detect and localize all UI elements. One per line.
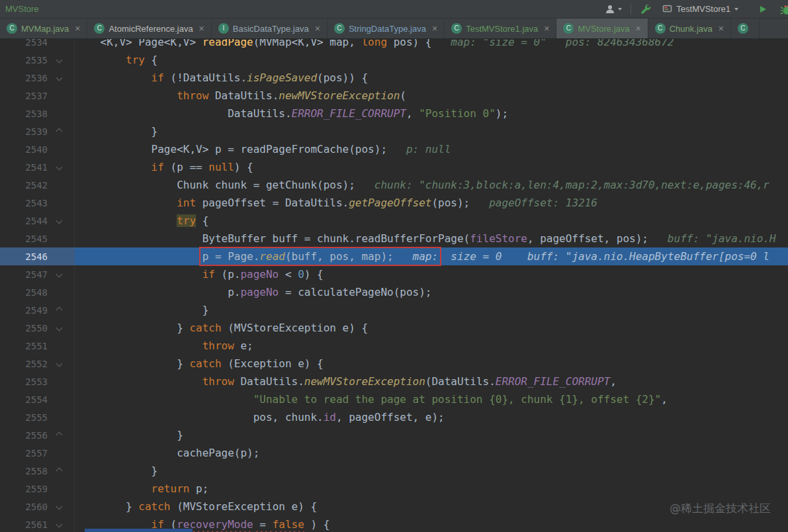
close-icon[interactable]: × [432, 23, 437, 34]
code-line-2536[interactable]: 2536 if (!DataUtils.isPageSaved(pos)) { [0, 69, 788, 87]
code-token: try [126, 54, 145, 66]
tab-TestMVStore1.java[interactable]: CTestMVStore1.java× [445, 19, 556, 38]
fold-down-icon[interactable] [56, 361, 62, 367]
gutter[interactable]: 2542 [0, 176, 75, 194]
user-menu-button[interactable] [605, 4, 622, 15]
fold-down-icon[interactable] [56, 57, 62, 64]
code-line-2548[interactable]: 2548 p.pageNo = calculatePageNo(pos); [0, 283, 788, 301]
run-button[interactable] [758, 5, 767, 14]
run-config-selector[interactable]: TestMVStore1 [662, 4, 738, 14]
gutter[interactable]: 2557 [0, 444, 75, 462]
gutter[interactable]: 2558 [0, 462, 75, 480]
gutter[interactable]: 2538 [0, 105, 75, 122]
code-line-2535[interactable]: 2535 try { [0, 51, 788, 69]
code-line-2547[interactable]: 2547 if (p.pageNo < 0) { [0, 265, 788, 283]
code-line-2539[interactable]: 2539 } [0, 122, 788, 140]
fold-down-icon[interactable] [56, 75, 62, 81]
tab-partial[interactable]: C [731, 19, 760, 38]
gutter[interactable]: 2549 [0, 301, 75, 319]
tab-label: StringDataType.java [349, 24, 426, 34]
gutter[interactable]: 2559 [0, 480, 75, 498]
code-line-2544[interactable]: 2544 try { [0, 212, 788, 230]
close-icon[interactable]: × [199, 23, 204, 34]
gutter[interactable]: 2534 [0, 39, 75, 51]
code-line-2542[interactable]: 2542 Chunk chunk = getChunk(pos); chunk:… [0, 176, 788, 194]
code-line-2549[interactable]: 2549 } [0, 301, 788, 319]
code-line-2555[interactable]: 2555 pos, chunk.id, pageOffset, e); [0, 408, 788, 426]
close-icon[interactable]: × [75, 23, 80, 34]
code-content: Chunk chunk = getChunk(pos); chunk: "chu… [75, 179, 769, 191]
gutter[interactable]: 2548 [0, 283, 75, 301]
code-token: DataUtils. [75, 107, 292, 120]
gutter[interactable]: 2554 [0, 390, 75, 408]
code-token: , pageOffset, pos); [527, 232, 648, 245]
build-hammer-icon [640, 3, 652, 15]
code-line-2557[interactable]: 2557 cachePage(p); [0, 444, 788, 462]
gutter[interactable]: 2555 [0, 408, 75, 426]
gutter[interactable]: 2543 [0, 194, 75, 212]
code-line-2540[interactable]: 2540 Page<K,V> p = readPageFromCache(pos… [0, 140, 788, 158]
code-line-2545[interactable]: 2545 ByteBuffer buff = chunk.readBufferF… [0, 230, 788, 247]
debug-button[interactable] [779, 2, 788, 17]
gutter[interactable]: 2560 [0, 498, 75, 515]
code-line-2550[interactable]: 2550 } catch (MVStoreException e) { [0, 319, 788, 337]
fold-up-icon[interactable] [56, 128, 62, 135]
gutter[interactable]: 2552 [0, 355, 75, 373]
code-line-2552[interactable]: 2552 } catch (Exception e) { [0, 355, 788, 373]
code-line-2543[interactable]: 2543 int pageOffset = DataUtils.getPageO… [0, 194, 788, 212]
gutter[interactable]: 2561 [0, 515, 75, 532]
tab-BasicDataType.java[interactable]: IBasicDataType.java× [212, 19, 328, 38]
gutter[interactable]: 2545 [0, 230, 75, 247]
fold-up-icon[interactable] [56, 307, 62, 314]
code-line-2554[interactable]: 2554 "Unable to read the page at positio… [0, 390, 788, 408]
code-line-2551[interactable]: 2551 throw e; [0, 337, 788, 355]
close-icon[interactable]: × [544, 23, 549, 34]
fold-up-icon[interactable] [56, 432, 62, 439]
fold-down-icon[interactable] [56, 218, 62, 224]
gutter[interactable]: 2550 [0, 319, 75, 337]
tab-StringDataType.java[interactable]: CStringDataType.java× [328, 19, 445, 38]
gutter[interactable]: 2540 [0, 140, 75, 158]
build-button[interactable] [640, 3, 652, 15]
code-editor[interactable]: 2534 <K,V> Page<K,V> readPage(MVMap<K,V>… [0, 39, 788, 532]
code-line-2537[interactable]: 2537 throw DataUtils.newMVStoreException… [0, 87, 788, 105]
code-line-2559[interactable]: 2559 return p; [0, 480, 788, 498]
gutter[interactable]: 2535 [0, 51, 75, 69]
line-number: 2554 [0, 394, 48, 405]
code-token: } [75, 465, 157, 477]
code-line-2538[interactable]: 2538 DataUtils.ERROR_FILE_CORRUPT, "Posi… [0, 105, 788, 122]
fold-down-icon[interactable] [56, 325, 62, 332]
fold-down-icon[interactable] [56, 271, 62, 278]
gutter[interactable]: 2547 [0, 265, 75, 283]
gutter[interactable]: 2546 [0, 247, 75, 265]
gutter[interactable]: 2539 [0, 122, 75, 140]
code-line-2558[interactable]: 2558 } [0, 462, 788, 480]
gutter[interactable]: 2537 [0, 87, 75, 105]
fold-cell [48, 468, 70, 473]
gutter[interactable]: 2551 [0, 337, 75, 355]
tab-MVStore.java[interactable]: CMVStore.java× [556, 19, 648, 38]
gutter[interactable]: 2553 [0, 373, 75, 390]
close-icon[interactable]: × [636, 23, 641, 34]
code-line-2553[interactable]: 2553 throw DataUtils.newMVStoreException… [0, 373, 788, 390]
close-icon[interactable]: × [719, 23, 724, 34]
close-icon[interactable]: × [315, 23, 320, 34]
line-number: 2542 [0, 180, 48, 191]
gutter[interactable]: 2536 [0, 69, 75, 87]
gutter[interactable]: 2556 [0, 426, 75, 444]
code-line-2534[interactable]: 2534 <K,V> Page<K,V> readPage(MVMap<K,V>… [0, 39, 788, 51]
fold-down-icon[interactable] [56, 521, 62, 528]
fold-down-icon[interactable] [56, 164, 62, 171]
code-token: <K,V> Page<K,V> [75, 39, 202, 48]
fold-up-icon[interactable] [56, 468, 62, 474]
fold-cell [48, 361, 70, 366]
code-line-2556[interactable]: 2556 } [0, 426, 788, 444]
gutter[interactable]: 2541 [0, 158, 75, 176]
fold-down-icon[interactable] [56, 504, 62, 510]
gutter[interactable]: 2544 [0, 212, 75, 230]
tab-AtomicReference.java[interactable]: CAtomicReference.java× [87, 19, 211, 38]
tab-MVMap.java[interactable]: CMVMap.java× [0, 19, 87, 38]
tab-Chunk.java[interactable]: CChunk.java× [648, 19, 731, 38]
code-line-2541[interactable]: 2541 if (p == null) { [0, 158, 788, 176]
code-line-2546[interactable]: 2546 p = Page.read(buff, pos, map); map:… [0, 247, 788, 265]
